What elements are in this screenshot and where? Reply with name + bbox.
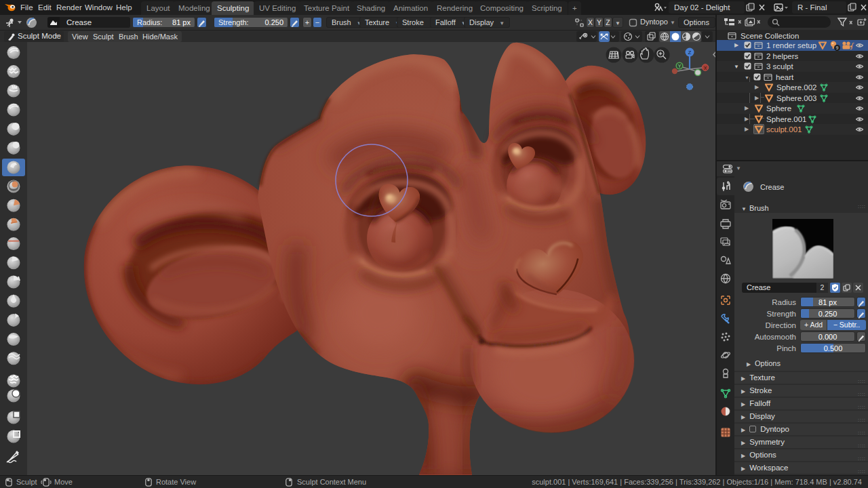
svg-text:Z: Z bbox=[688, 49, 692, 56]
svg-text:Y: Y bbox=[678, 64, 682, 68]
svg-text:X: X bbox=[704, 66, 707, 70]
